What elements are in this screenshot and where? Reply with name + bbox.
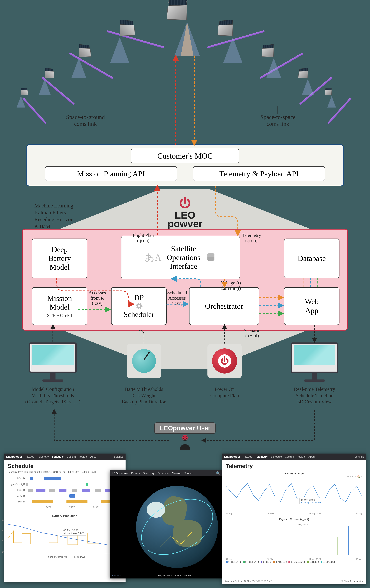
satellite-constellation [13, 10, 357, 130]
satellite [217, 25, 246, 47]
battery-prediction-chart: 06 Feb 02:48 ● Load (mW): 5,147 100 80 6… [8, 519, 122, 553]
power-icon: ⏻ [218, 354, 231, 368]
tech-item: Machine Learning [34, 202, 73, 209]
satellite [107, 25, 136, 47]
label-flight-plan: Flight Plan (.json) [133, 233, 154, 243]
label-power-on: Power On Compute Plan [192, 386, 258, 399]
tech-list: Machine Learning Kalman Filters Receding… [34, 202, 73, 230]
power-icon [178, 196, 192, 210]
nav-telemetry[interactable]: Telemetry [143, 472, 154, 475]
brand-logo: LEOpowver [167, 196, 203, 228]
legend-item: 5: NanoCam: 0 [288, 561, 305, 563]
cesium-credit: CESIUM [112, 574, 121, 577]
payload-chart: 11 May 08:24 [226, 521, 362, 555]
label-accesses: Accesses from t₀ (.csv) [89, 290, 106, 306]
cesium-timestamp: May 26 2021 10:17:05.004 743 568 UTC [158, 575, 196, 577]
nav-cesium[interactable]: Cesium [285, 455, 294, 458]
voltage-chart: 11 May 02:08 ● Voltage (V): 15.185 [226, 478, 362, 510]
nav-brand[interactable]: LEOpowver [6, 455, 22, 458]
tech-item: Kalman Filters [34, 209, 73, 216]
label-line [111, 117, 160, 117]
gear-icon [135, 302, 143, 310]
svg-text:11 May 08:24: 11 May 08:24 [295, 523, 308, 525]
nav-cesium[interactable]: Cesium [67, 455, 76, 458]
nav-passes[interactable]: Passes [131, 472, 140, 475]
module-web-app: Web App [284, 287, 339, 325]
screenshot-telemetry: LEOpowver Passes Telemetry Schedule Cesi… [222, 453, 366, 584]
show-full-telemetry-toggle[interactable]: Show full telemetry [341, 580, 363, 583]
nav-tools[interactable]: Tools ▾ [79, 455, 87, 458]
nav-telemetry[interactable]: Telemetry [37, 455, 49, 458]
satellite [15, 90, 28, 100]
nav-settings[interactable]: Settings [114, 455, 123, 458]
schedule-caption: Schedule from Thu, 06 Feb 2020 00:00:00 … [4, 471, 125, 475]
voltage-chart-title: Battery Voltage [226, 472, 362, 475]
tech-item: Receding-Horizon [34, 216, 73, 223]
legend-item: 4: ADS-B: 0 [273, 561, 287, 563]
space-link-label: Space-to-space coms link [260, 114, 296, 127]
nav-settings[interactable]: Settings [354, 455, 364, 458]
satellite-center [166, 5, 204, 35]
nav-schedule[interactable]: Schedule [158, 472, 169, 475]
nav-passes[interactable]: Passes [243, 455, 252, 458]
brand-line2: powver [167, 218, 203, 229]
nav-brand[interactable]: LEOpowver [224, 455, 240, 458]
label-realtime-telemetry: Real-time Telemetry Schedule Timeline 3D… [281, 386, 348, 405]
monitor-right [291, 342, 338, 382]
schedule-heading: Schedule [4, 460, 125, 471]
customer-moc-container: Customer's MOC Mission Planning API Tele… [26, 144, 344, 186]
telemetry-payload-api: Telemetry & Payload API [193, 166, 325, 181]
mission-model-subtitle: STK • Orekit [47, 313, 72, 318]
satellite [324, 90, 338, 100]
nav-schedule[interactable]: Schedule [271, 455, 282, 458]
ground-link-label: Space-to-ground coms link [66, 114, 105, 127]
satellite [69, 48, 92, 66]
screenshot-schedule: LEOpowver Passes Telemetry Schedule Cesi… [4, 453, 125, 582]
app-topbar: LEOpowver Passes Telemetry Schedule Cesi… [222, 453, 366, 460]
nav-about[interactable]: About [308, 455, 315, 458]
nav-tools[interactable]: Tools ▾ [297, 455, 305, 458]
svg-text:● Load (mW): 5,147: ● Load (mW): 5,147 [63, 532, 84, 535]
module-deep-battery-model: Deep Battery Model [32, 239, 87, 278]
nav-telemetry[interactable]: Telemetry [255, 455, 267, 458]
settings-knob [127, 344, 161, 378]
leopowver-core: Deep Battery Model あA Satellite Operatio… [22, 229, 348, 331]
nav-schedule[interactable]: Schedule [52, 455, 64, 458]
label-line [278, 106, 278, 114]
language-icon: あA [145, 252, 162, 263]
nav-about[interactable]: About [90, 455, 97, 458]
mission-planning-api: Mission Planning API [45, 166, 177, 181]
module-orchestrator: Orchestrator [189, 287, 259, 325]
nav-passes[interactable]: Passes [25, 455, 34, 458]
schedule-gantt: HSL_B HyperScout_B HSL_B GPS_B Sun_B [4, 475, 125, 512]
module-mission-model: Mission Model STK • Orekit [32, 287, 87, 325]
globe-view[interactable] [136, 486, 218, 568]
payload-chart-title: Payload Current (c_out) [226, 518, 362, 521]
legend-item: 3: ISL: 0 [261, 561, 271, 563]
legend-item: 1: ISL LNA: 0 [226, 561, 241, 563]
telemetry-heading: Telemetry [222, 460, 366, 471]
database-icon [206, 252, 216, 263]
satellite [261, 48, 284, 66]
label-model-config: Model Configuration Visibility Threshold… [20, 386, 86, 405]
power-button: ⏻ [207, 344, 242, 378]
legend-item: 2: HSL LNA: 0 [243, 561, 259, 563]
svg-rect-20 [294, 522, 317, 546]
nav-tools[interactable]: Tools ▾ [185, 472, 193, 475]
legend-item: 7: GPS: 318 [321, 561, 335, 563]
nav-brand[interactable]: LEOpowver [112, 472, 128, 475]
module-database: Database [284, 239, 339, 278]
svg-text:06 Feb 02:48: 06 Feb 02:48 [63, 529, 79, 532]
label-telemetry: Telemetry (.json) [242, 233, 261, 243]
legend-item: 6: HSL: 0 [307, 561, 319, 563]
user-icon [177, 434, 193, 452]
nav-cesium[interactable]: Cesium [172, 472, 181, 475]
satellite [37, 71, 55, 85]
satellite [298, 71, 316, 85]
label-scheduled-accesses: Scheduled Accesses (.csv) [167, 290, 187, 306]
telemetry-footer: Last update: Mon, 17 May 2021 08:15:59 G… [225, 580, 272, 583]
moc-title: Customer's MOC [131, 149, 239, 163]
payload-legend: 1: ISL LNA: 02: HSL LNA: 03: ISL: 04: AD… [226, 560, 362, 564]
svg-text:● Voltage (V): 15.185: ● Voltage (V): 15.185 [301, 501, 321, 504]
svg-text:11 May 02:08: 11 May 02:08 [301, 499, 315, 501]
